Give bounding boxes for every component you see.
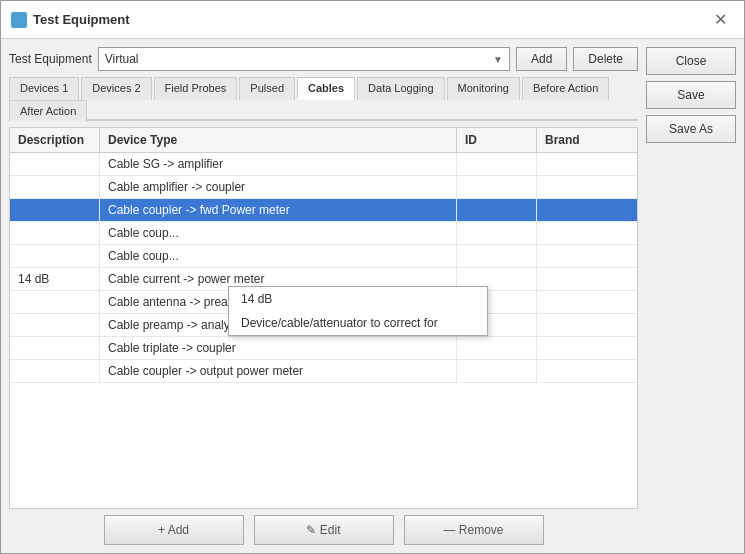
cell-description: 14 dB xyxy=(10,268,100,290)
cell-id xyxy=(457,337,537,359)
cell-device-type: Cable coup... xyxy=(100,222,457,244)
delete-equipment-button[interactable]: Delete xyxy=(573,47,638,71)
cell-brand xyxy=(537,268,637,290)
cell-id xyxy=(457,153,537,175)
cell-id xyxy=(457,199,537,221)
table-header: Description Device Type ID Brand xyxy=(10,128,637,153)
cell-id xyxy=(457,222,537,244)
app-icon xyxy=(11,12,27,28)
cell-description xyxy=(10,176,100,198)
tabs-container: Devices 1 Devices 2 Field Probes Pulsed … xyxy=(9,77,638,121)
cell-device-type: Cable coupler -> fwd Power meter xyxy=(100,199,457,221)
right-panel: Close Save Save As xyxy=(646,47,736,545)
tab-after-action[interactable]: After Action xyxy=(9,100,87,121)
cell-id xyxy=(457,360,537,382)
cell-brand xyxy=(537,291,637,313)
tab-data-logging[interactable]: Data Logging xyxy=(357,77,444,100)
cell-description xyxy=(10,245,100,267)
col-description: Description xyxy=(10,128,100,152)
cell-description xyxy=(10,337,100,359)
table-row-selected[interactable]: Cable coupler -> fwd Power meter xyxy=(10,199,637,222)
title-bar-left: Test Equipment xyxy=(11,12,130,28)
tab-field-probes[interactable]: Field Probes xyxy=(154,77,238,100)
cell-description xyxy=(10,199,100,221)
col-id: ID xyxy=(457,128,537,152)
cell-device-type: Cable triplate -> coupler xyxy=(100,337,457,359)
table-row[interactable]: Cable amplifier -> coupler xyxy=(10,176,637,199)
equipment-select[interactable]: Virtual ▼ xyxy=(98,47,510,71)
add-row-button[interactable]: + Add xyxy=(104,515,244,545)
table-row[interactable]: Cable coupler -> output power meter xyxy=(10,360,637,383)
tab-cables[interactable]: Cables xyxy=(297,77,355,100)
table-row[interactable]: Cable coup... xyxy=(10,245,637,268)
cell-brand xyxy=(537,199,637,221)
context-dropdown: 14 dB Device/cable/attenuator to correct… xyxy=(228,286,488,336)
cell-brand xyxy=(537,314,637,336)
tab-monitoring[interactable]: Monitoring xyxy=(447,77,520,100)
cell-device-type: Cable coup... xyxy=(100,245,457,267)
tab-before-action[interactable]: Before Action xyxy=(522,77,609,100)
cell-id xyxy=(457,176,537,198)
col-device-type: Device Type xyxy=(100,128,457,152)
close-button[interactable]: Close xyxy=(646,47,736,75)
select-value: Virtual xyxy=(105,52,139,66)
title-bar: Test Equipment ✕ xyxy=(1,1,744,39)
cell-brand xyxy=(537,360,637,382)
col-brand: Brand xyxy=(537,128,637,152)
equipment-label: Test Equipment xyxy=(9,52,92,66)
cell-description xyxy=(10,291,100,313)
cell-description xyxy=(10,360,100,382)
cell-device-type: Cable SG -> amplifier xyxy=(100,153,457,175)
cell-brand xyxy=(537,222,637,244)
main-window: Test Equipment ✕ Test Equipment Virtual … xyxy=(0,0,745,554)
window-close-button[interactable]: ✕ xyxy=(707,7,734,32)
table-row[interactable]: Cable coup... xyxy=(10,222,637,245)
cell-description xyxy=(10,153,100,175)
cell-brand xyxy=(537,245,637,267)
cell-brand xyxy=(537,337,637,359)
tab-pulsed[interactable]: Pulsed xyxy=(239,77,295,100)
cables-table: Description Device Type ID Brand Cable S… xyxy=(9,127,638,509)
dropdown-item-device-cable[interactable]: Device/cable/attenuator to correct for xyxy=(229,311,487,335)
chevron-down-icon: ▼ xyxy=(493,54,503,65)
save-as-button[interactable]: Save As xyxy=(646,115,736,143)
top-row: Test Equipment Virtual ▼ Add Delete xyxy=(9,47,638,71)
cell-brand xyxy=(537,176,637,198)
table-row[interactable]: Cable triplate -> coupler xyxy=(10,337,637,360)
cell-device-type: Cable coupler -> output power meter xyxy=(100,360,457,382)
dropdown-item-14db[interactable]: 14 dB xyxy=(229,287,487,311)
window-title: Test Equipment xyxy=(33,12,130,27)
add-equipment-button[interactable]: Add xyxy=(516,47,567,71)
cell-brand xyxy=(537,153,637,175)
cell-id xyxy=(457,245,537,267)
main-content: Test Equipment Virtual ▼ Add Delete Devi… xyxy=(1,39,744,553)
table-row[interactable]: Cable SG -> amplifier xyxy=(10,153,637,176)
tab-devices1[interactable]: Devices 1 xyxy=(9,77,79,100)
edit-row-button[interactable]: ✎ Edit xyxy=(254,515,394,545)
remove-row-button[interactable]: — Remove xyxy=(404,515,544,545)
cell-device-type: Cable amplifier -> coupler xyxy=(100,176,457,198)
left-panel: Test Equipment Virtual ▼ Add Delete Devi… xyxy=(9,47,638,545)
save-button[interactable]: Save xyxy=(646,81,736,109)
bottom-buttons-row: + Add ✎ Edit — Remove xyxy=(9,515,638,545)
cell-description xyxy=(10,314,100,336)
tab-devices2[interactable]: Devices 2 xyxy=(81,77,151,100)
cell-description xyxy=(10,222,100,244)
